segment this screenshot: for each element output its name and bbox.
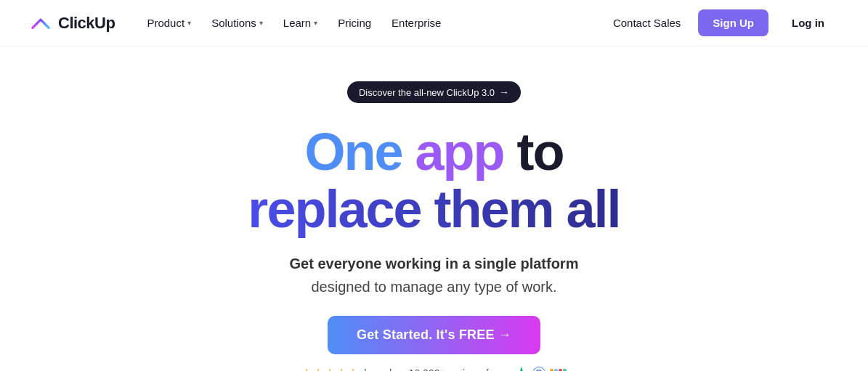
main-nav: ClickUp Product ▾ Solutions ▾ Learn ▾ Pr…: [0, 0, 868, 46]
headline-word-app: app: [415, 123, 504, 181]
nav-learn[interactable]: Learn ▾: [275, 11, 326, 35]
headline-word-one: One: [304, 123, 402, 181]
badge-text: Discover the all-new ClickUp 3.0: [359, 87, 495, 98]
reviews-row: ★ ★ ★ ★ ★ based on 10,000+ reviews from …: [301, 366, 567, 371]
review-logos: G: [515, 367, 567, 371]
chevron-down-icon: ▾: [314, 19, 317, 27]
hero-section: Discover the all-new ClickUp 3.0 → One a…: [0, 46, 868, 371]
logo-text: ClickUp: [58, 14, 115, 33]
headline-line1: One app to: [248, 123, 620, 181]
nav-links: Product ▾ Solutions ▾ Learn ▾ Pricing En…: [138, 11, 604, 35]
review-prefix: based on 10,000+ reviews from: [364, 367, 506, 371]
headline-word-to: to: [517, 123, 564, 181]
badge-arrow: →: [499, 86, 509, 98]
star-5: ★: [348, 366, 358, 371]
star-rating: ★ ★ ★ ★ ★: [301, 366, 358, 371]
clickup-logo-icon: [29, 12, 52, 35]
login-button[interactable]: Log in: [777, 9, 839, 36]
hero-subtext-bold: Get everyone working in a single platfor…: [290, 253, 579, 274]
announcement-badge[interactable]: Discover the all-new ClickUp 3.0 →: [347, 81, 521, 103]
star-4: ★: [336, 366, 346, 371]
cta-button[interactable]: Get Started. It's FREE →: [328, 316, 540, 354]
nav-product[interactable]: Product ▾: [138, 11, 200, 35]
star-3: ★: [325, 366, 335, 371]
signup-button[interactable]: Sign Up: [698, 9, 768, 36]
nav-solutions[interactable]: Solutions ▾: [203, 11, 272, 35]
nav-right: Contact Sales Sign Up Log in: [604, 9, 839, 36]
star-2: ★: [313, 366, 323, 371]
hero-subtext: designed to manage any type of work.: [312, 279, 557, 295]
hero-headline: One app to replace them all: [248, 123, 620, 238]
trustpilot-icon: [515, 367, 528, 371]
logo-link[interactable]: ClickUp: [29, 12, 115, 35]
star-1: ★: [301, 366, 312, 371]
google-icon: G: [532, 367, 545, 371]
chevron-down-icon: ▾: [187, 19, 191, 27]
nav-pricing[interactable]: Pricing: [329, 11, 380, 35]
contact-sales-link[interactable]: Contact Sales: [604, 11, 689, 35]
nav-enterprise[interactable]: Enterprise: [383, 11, 450, 35]
chevron-down-icon: ▾: [259, 19, 263, 27]
headline-line2: replace them all: [248, 181, 620, 238]
